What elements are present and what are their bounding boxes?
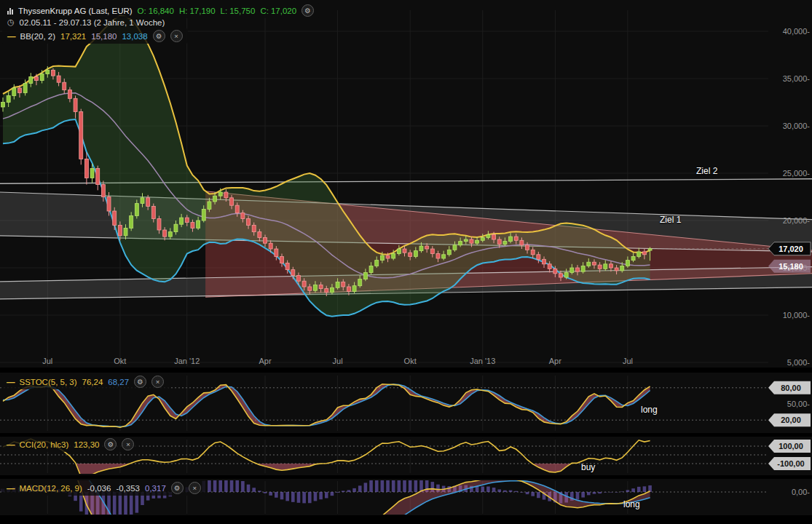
close-value: 17,020 xyxy=(271,7,296,15)
sstoc-settings-gear-icon[interactable]: ⚙ xyxy=(134,376,146,388)
low-label: L: xyxy=(221,7,228,15)
trading-chart-window: 40,000-35,000-30,000-25,000-20,000-15,00… xyxy=(0,0,812,524)
high-value: 17,190 xyxy=(189,7,215,15)
cci-value: 123,30 xyxy=(74,440,99,449)
sstoc-title: SSTOC(5, 5, 3) xyxy=(20,378,77,386)
clock-icon: ◷ xyxy=(7,17,15,27)
cci-indicator-header: — CCI(20, hlc3) 123,30 ⚙ × xyxy=(1,437,139,452)
bb-indicator-header: — BB(20, 2) 17,321 15,180 13,038 ⚙ × xyxy=(2,28,188,44)
svg-text:Jul: Jul xyxy=(333,357,343,365)
instrument-title: ThyssenKrupp AG (Last, EUR) xyxy=(18,7,133,15)
svg-text:10,000-: 10,000- xyxy=(783,311,811,319)
date-range-bar: ◷ 02.05.11 - 29.07.13 (2 Jahre, 1 Woche) xyxy=(2,16,170,28)
bb-remove-icon[interactable]: × xyxy=(170,30,183,42)
bb-middle-value: 15,180 xyxy=(91,32,117,41)
cci-title: CCI(20, hlc3) xyxy=(20,440,69,449)
macd-remove-icon[interactable]: × xyxy=(189,482,201,494)
svg-text:Apr: Apr xyxy=(259,357,271,365)
sstoc-color-swatch: — xyxy=(7,378,15,386)
cci-settings-gear-icon[interactable]: ⚙ xyxy=(104,438,117,450)
sstoc-remove-icon[interactable]: × xyxy=(151,376,164,388)
target-label-ziel2[interactable]: Ziel 2 xyxy=(696,166,717,176)
macd-title: MACD(12, 26, 9) xyxy=(20,484,82,493)
high-label: H: xyxy=(179,7,188,15)
svg-text:Jul: Jul xyxy=(623,357,633,365)
macd-signal-value: -0,353 xyxy=(116,484,140,493)
cci-signal-label: buy xyxy=(581,462,595,472)
close-label: C: xyxy=(260,7,269,15)
sstoc-signal-label: long xyxy=(641,405,658,415)
svg-text:-100,00: -100,00 xyxy=(777,459,804,468)
cci-remove-icon[interactable]: × xyxy=(122,438,134,450)
sstoc-d-value: 68,27 xyxy=(108,378,129,386)
svg-text:Okt: Okt xyxy=(404,357,417,365)
svg-text:Okt: Okt xyxy=(114,357,126,365)
svg-text:35,000-: 35,000- xyxy=(783,74,811,83)
bb-lower-value: 13,038 xyxy=(122,32,147,41)
svg-text:Apr: Apr xyxy=(549,357,561,365)
svg-text:80,00: 80,00 xyxy=(781,384,801,392)
target-label-ziel1[interactable]: Ziel 1 xyxy=(660,215,681,225)
svg-text:20,000-: 20,000- xyxy=(783,216,811,225)
svg-text:Jan '12: Jan '12 xyxy=(174,357,200,365)
chart-settings-gear-icon[interactable]: ⚙ xyxy=(301,4,314,17)
bb-settings-gear-icon[interactable]: ⚙ xyxy=(153,30,165,42)
svg-text:0,00-: 0,00- xyxy=(792,488,810,496)
macd-indicator-header: — MACD(12, 26, 9) -0,036 -0,353 0,317 ⚙ … xyxy=(1,480,206,496)
macd-color-swatch: — xyxy=(7,484,15,493)
macd-value: -0,036 xyxy=(87,484,111,493)
instrument-icon xyxy=(7,7,13,15)
svg-text:30,000-: 30,000- xyxy=(783,122,811,130)
macd-settings-gear-icon[interactable]: ⚙ xyxy=(171,482,184,494)
svg-text:40,000-: 40,000- xyxy=(783,27,811,36)
low-value: 15,750 xyxy=(229,7,255,15)
svg-text:100,00: 100,00 xyxy=(779,442,803,450)
bb-title: BB(20, 2) xyxy=(20,32,56,41)
svg-text:17,020: 17,020 xyxy=(779,245,803,253)
date-range-text: 02.05.11 - 29.07.13 (2 Jahre, 1 Woche) xyxy=(20,18,165,27)
bb-upper-value: 17,321 xyxy=(60,32,86,41)
open-value: 16,840 xyxy=(149,7,174,15)
cci-color-swatch: — xyxy=(7,440,15,449)
bb-color-swatch: — xyxy=(7,32,15,41)
svg-text:15,180: 15,180 xyxy=(779,262,803,271)
macd-signal-label: long xyxy=(623,499,640,509)
svg-text:Jan '13: Jan '13 xyxy=(470,357,495,365)
svg-text:20,00: 20,00 xyxy=(781,416,801,424)
macd-hist-value: 0,317 xyxy=(145,484,166,493)
svg-text:5,000-: 5,000- xyxy=(787,358,811,367)
sstoc-indicator-header: — SSTOC(5, 5, 3) 76,24 68,27 ⚙ × xyxy=(1,374,169,389)
svg-text:50,00-: 50,00- xyxy=(787,400,811,408)
svg-text:Jul: Jul xyxy=(42,357,52,365)
svg-text:25,000-: 25,000- xyxy=(783,169,811,178)
open-label: O: xyxy=(138,7,146,15)
sstoc-k-value: 76,24 xyxy=(82,378,103,386)
